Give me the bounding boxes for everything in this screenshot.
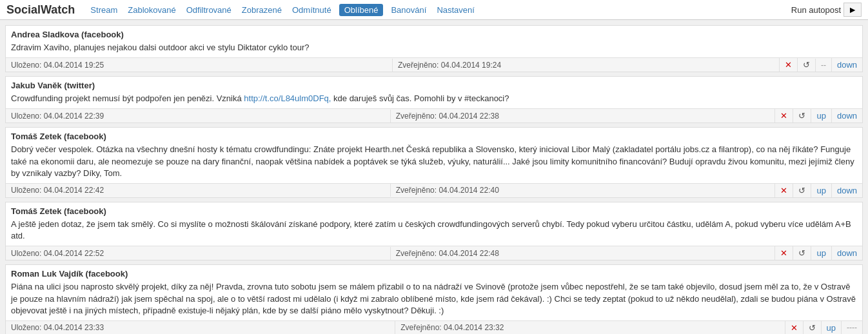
post-link[interactable]: http://t.co/L84ulm0DFq, bbox=[244, 93, 331, 103]
post-published: Zveřejněno: 04.04.2014 23:32 bbox=[395, 321, 784, 334]
refresh-button[interactable]: ↺ bbox=[793, 109, 811, 123]
delete-button[interactable]: ✕ bbox=[774, 246, 793, 260]
post-text: Dobrý večer vespolek. Otázka na všechny … bbox=[6, 142, 862, 183]
nav: StreamZablokovanéOdfiltrovanéZobrazenéOd… bbox=[88, 4, 477, 16]
post-card: Tomáš Zetek (facebook)Dobrý večer vespol… bbox=[5, 127, 863, 198]
post-stored: Uloženo: 04.04.2014 22:39 bbox=[6, 110, 391, 123]
up-button[interactable]: up bbox=[811, 109, 831, 123]
post-text: Zdravim Xaviho, planujes nejakou dalsi o… bbox=[6, 41, 862, 57]
refresh-button[interactable]: ↺ bbox=[803, 321, 821, 334]
neutral-button[interactable]: -- bbox=[815, 59, 831, 72]
refresh-button[interactable]: ↺ bbox=[793, 246, 811, 260]
down-button[interactable]: down bbox=[831, 246, 862, 260]
delete-button[interactable]: ✕ bbox=[774, 184, 793, 197]
post-author: Jakub Vaněk (twitter) bbox=[6, 77, 862, 92]
post-text: A ještě jeden dotaz, že jsem tak smělý. … bbox=[6, 217, 862, 246]
post-footer: Uloženo: 04.04.2014 23:33Zveřejněno: 04.… bbox=[6, 320, 862, 334]
post-footer: Uloženo: 04.04.2014 22:42Zveřejněno: 04.… bbox=[6, 183, 862, 197]
post-card: Roman Luk Vajdík (facebook)Piána na ulic… bbox=[5, 264, 863, 334]
delete-button[interactable]: ✕ bbox=[779, 58, 797, 72]
up-button[interactable]: up bbox=[821, 321, 841, 334]
neutral-button[interactable]: ---- bbox=[841, 321, 862, 334]
post-card: Tomáš Zetek (facebook)A ještě jeden dota… bbox=[5, 202, 863, 260]
post-published: Zveřejněno: 04.04.2014 22:40 bbox=[391, 184, 775, 197]
post-footer: Uloženo: 04.04.2014 19:25Zveřejněno: 04.… bbox=[6, 57, 862, 72]
nav-link-zablokované[interactable]: Zablokované bbox=[125, 4, 178, 16]
post-stored: Uloženo: 04.04.2014 22:42 bbox=[6, 184, 391, 197]
refresh-button[interactable]: ↺ bbox=[793, 184, 811, 197]
post-actions: ✕↺--down bbox=[779, 58, 862, 72]
run-autopost-container: Run autopost ► bbox=[791, 3, 862, 17]
nav-link-banování[interactable]: Banování bbox=[388, 4, 429, 16]
post-actions: ✕↺updown bbox=[774, 109, 862, 123]
header: SocialWatch StreamZablokovanéOdfiltrovan… bbox=[0, 0, 868, 20]
post-text: Crowdfunding projekt nemusí být podpořen… bbox=[6, 92, 862, 108]
post-footer: Uloženo: 04.04.2014 22:39Zveřejněno: 04.… bbox=[6, 108, 862, 123]
logo: SocialWatch bbox=[6, 3, 75, 17]
post-card: Andrea Sladkova (facebook)Zdravim Xaviho… bbox=[5, 25, 863, 72]
down-button[interactable]: down bbox=[831, 58, 862, 72]
down-button[interactable]: down bbox=[831, 109, 862, 123]
post-actions: ✕↺updown bbox=[774, 246, 862, 260]
delete-button[interactable]: ✕ bbox=[774, 109, 793, 123]
refresh-button[interactable]: ↺ bbox=[797, 58, 815, 72]
post-actions: ✕↺updown bbox=[774, 184, 862, 197]
post-published: Zveřejněno: 04.04.2014 22:38 bbox=[391, 110, 775, 123]
delete-button[interactable]: ✕ bbox=[785, 321, 803, 334]
post-card: Jakub Vaněk (twitter)Crowdfunding projek… bbox=[5, 76, 863, 123]
up-button[interactable]: up bbox=[811, 246, 831, 260]
post-author: Tomáš Zetek (facebook) bbox=[6, 202, 862, 217]
post-author: Andrea Sladkova (facebook) bbox=[6, 26, 862, 41]
post-stored: Uloženo: 04.04.2014 22:52 bbox=[6, 247, 391, 260]
post-stored: Uloženo: 04.04.2014 19:25 bbox=[6, 59, 393, 72]
post-footer: Uloženo: 04.04.2014 22:52Zveřejněno: 04.… bbox=[6, 246, 862, 260]
nav-link-oblíbené[interactable]: Oblíbené bbox=[339, 4, 384, 16]
nav-link-nastavení[interactable]: Nastavení bbox=[434, 4, 477, 16]
post-stored: Uloženo: 04.04.2014 23:33 bbox=[6, 321, 395, 334]
post-author: Tomáš Zetek (facebook) bbox=[6, 128, 862, 142]
post-author: Roman Luk Vajdík (facebook) bbox=[6, 265, 862, 280]
down-button[interactable]: down bbox=[831, 184, 862, 197]
nav-link-odmítnuté[interactable]: Odmítnuté bbox=[290, 4, 334, 16]
post-published: Zveřejněno: 04.04.2014 19:24 bbox=[393, 59, 779, 72]
post-published: Zveřejněno: 04.04.2014 22:48 bbox=[391, 247, 775, 260]
nav-link-stream[interactable]: Stream bbox=[88, 4, 120, 16]
nav-link-zobrazené[interactable]: Zobrazené bbox=[239, 4, 284, 16]
nav-link-odfiltrované[interactable]: Odfiltrované bbox=[184, 4, 234, 16]
main-content: Andrea Sladkova (facebook)Zdravim Xaviho… bbox=[0, 20, 868, 334]
post-text: Piána na ulici jsou naprosto skvělý proj… bbox=[6, 280, 862, 320]
run-autopost-label: Run autopost bbox=[791, 5, 841, 15]
up-button[interactable]: up bbox=[811, 184, 831, 197]
run-autopost-button[interactable]: ► bbox=[843, 3, 862, 17]
post-actions: ✕↺up---- bbox=[785, 321, 862, 334]
